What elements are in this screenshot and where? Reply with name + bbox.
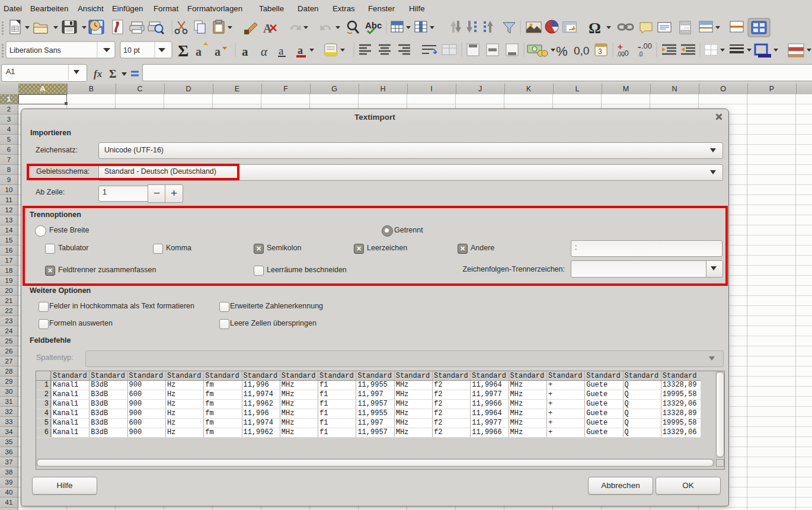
svg-text:a: a <box>298 44 303 56</box>
svg-text:Liberation Sans: Liberation Sans <box>9 46 61 55</box>
svg-text:a: a <box>196 45 202 58</box>
svg-text:.0: .0 <box>638 51 643 58</box>
svg-text:A: A <box>263 22 272 35</box>
svg-text:.00: .00 <box>641 42 652 50</box>
svg-text:fx: fx <box>94 68 103 79</box>
svg-text:a: a <box>215 45 220 58</box>
svg-text:0,0: 0,0 <box>574 44 589 57</box>
svg-text:3: 3 <box>598 47 602 56</box>
svg-text:Σ: Σ <box>109 68 116 80</box>
svg-text:Ω: Ω <box>589 20 601 37</box>
svg-text:.00: .00 <box>616 51 625 58</box>
svg-text:Σ: Σ <box>178 42 188 60</box>
svg-text:%: % <box>556 44 568 59</box>
svg-text:a: a <box>279 44 284 57</box>
svg-text:a: a <box>242 44 248 59</box>
svg-text:10 pt: 10 pt <box>123 46 140 55</box>
svg-text:α: α <box>261 44 268 59</box>
